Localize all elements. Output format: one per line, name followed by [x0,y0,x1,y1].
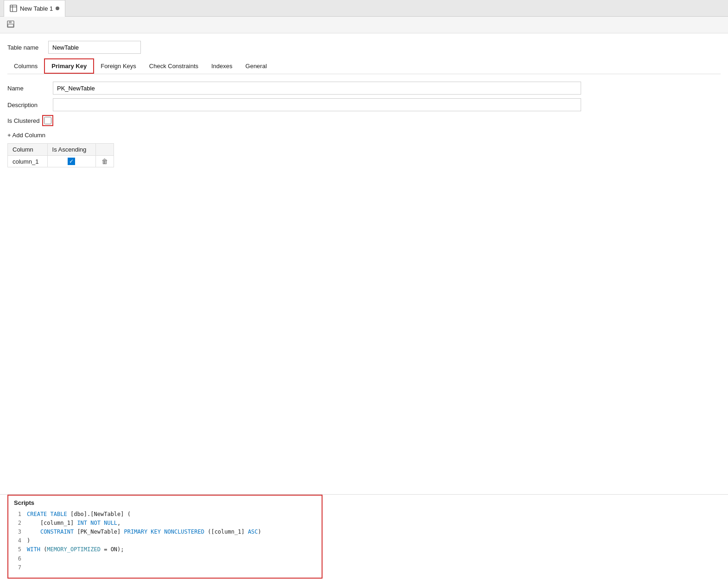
nav-tabs: Columns Primary Key Foreign Keys Check C… [7,58,721,74]
svg-rect-4 [9,21,12,23]
table-name-label: Table name [7,44,44,51]
tab-title: New Table 1 [20,5,53,12]
code-line-4: 4 ) [14,536,316,545]
is-clustered-label: Is Clustered [7,117,39,124]
tab-primary-key[interactable]: Primary Key [44,58,94,74]
main-content: Table name Columns Primary Key Foreign K… [0,33,728,404]
tab-columns[interactable]: Columns [7,59,44,73]
code-line-3: 3 CONSTRAINT [PK_NewTable] PRIMARY KEY N… [14,528,316,536]
save-button[interactable] [4,18,18,32]
toolbar [0,17,728,33]
description-label: Description [7,102,49,108]
page-wrapper: New Table 1 Table name Columns Primary K… [0,0,728,586]
name-label: Name [7,85,49,92]
code-line-1: 1 CREATE TABLE [dbo].[NewTable] ( [14,510,316,519]
svg-rect-5 [8,24,13,27]
add-column-label: + Add Column [7,132,45,139]
table-name-row: Table name [7,41,721,54]
cell-delete: 🗑 [96,156,114,167]
code-line-6: 6 [14,554,316,563]
table-row: column_1 ✓ 🗑 [8,156,114,167]
table-name-input[interactable] [48,41,141,54]
cell-is-ascending: ✓ [47,156,96,167]
is-clustered-row: Is Clustered [7,115,721,126]
is-clustered-checkbox-wrapper [42,115,53,126]
tab-general[interactable]: General [239,59,273,73]
tab-bar: New Table 1 [0,0,728,17]
name-input[interactable] [53,82,581,95]
columns-table: Column Is Ascending column_1 ✓ 🗑 [7,143,114,167]
name-row: Name [7,82,721,95]
tab-foreign-keys[interactable]: Foreign Keys [94,59,143,73]
ascending-checkbox-checked[interactable]: ✓ [68,158,75,165]
tab-modified-dot [56,6,59,10]
description-input[interactable] [53,98,581,111]
scripts-header: Scripts [8,496,322,508]
content-area: Table name Columns Primary Key Foreign K… [0,33,728,494]
is-clustered-checkbox[interactable] [44,117,51,124]
scripts-section: Scripts 1 CREATE TABLE [dbo].[NewTable] … [7,495,323,579]
table-icon [10,5,17,12]
svg-rect-0 [10,5,17,12]
col-header-column: Column [8,144,48,156]
delete-row-button[interactable]: 🗑 [101,158,108,165]
col-header-is-ascending: Is Ascending [47,144,96,156]
tab-indexes[interactable]: Indexes [205,59,239,73]
cell-column-name: column_1 [8,156,48,167]
code-line-7: 7 [14,563,316,572]
tab-check-constraints[interactable]: Check Constraints [143,59,205,73]
description-row: Description [7,98,721,111]
bottom-area: Scripts 1 CREATE TABLE [dbo].[NewTable] … [0,494,728,586]
col-header-actions [96,144,114,156]
add-column-button[interactable]: + Add Column [7,132,45,139]
code-line-2: 2 [column_1] INT NOT NULL, [14,519,316,528]
scripts-body: 1 CREATE TABLE [dbo].[NewTable] ( 2 [col… [8,508,322,578]
code-line-5: 5 WITH (MEMORY_OPTIMIZED = ON); [14,545,316,554]
tab-new-table[interactable]: New Table 1 [4,0,65,17]
